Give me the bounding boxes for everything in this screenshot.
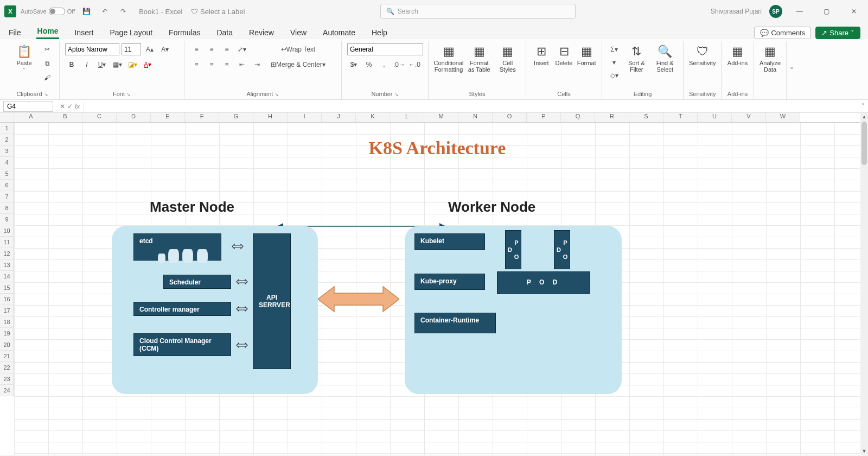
column-header[interactable]: D [117, 113, 151, 122]
column-header[interactable]: W [766, 113, 800, 122]
align-center-icon[interactable]: ≡ [205, 59, 218, 71]
vertical-scrollbar[interactable]: ▲ ▼ [860, 113, 868, 455]
column-header[interactable]: B [48, 113, 82, 122]
column-header[interactable]: Q [561, 113, 595, 122]
column-header[interactable]: C [82, 113, 117, 122]
decrease-indent-icon[interactable]: ⇤ [235, 59, 248, 71]
number-format-select[interactable]: General [347, 43, 423, 55]
formula-input[interactable] [83, 101, 858, 112]
align-top-icon[interactable]: ≡ [190, 43, 203, 55]
tab-insert[interactable]: Insert [73, 26, 94, 39]
save-icon[interactable]: 💾 [79, 4, 93, 18]
column-header[interactable]: T [663, 113, 698, 122]
row-header[interactable]: 4 [0, 157, 14, 168]
insert-cells-button[interactable]: ⊞Insert [532, 43, 551, 66]
conditional-formatting-button[interactable]: ▦Conditional Formatting [434, 43, 463, 73]
row-header[interactable]: 13 [0, 259, 14, 271]
undo-icon[interactable]: ↶ [98, 4, 112, 18]
row-header[interactable]: 18 [0, 316, 14, 328]
column-header[interactable]: H [253, 113, 288, 122]
merge-center-button[interactable]: ⊞ Merge & Center ▾ [267, 59, 329, 71]
minimize-icon[interactable]: — [790, 4, 809, 19]
row-header[interactable]: 7 [0, 191, 14, 202]
redo-icon[interactable]: ↷ [116, 4, 130, 18]
column-header[interactable]: N [458, 113, 493, 122]
align-right-icon[interactable]: ≡ [220, 59, 233, 71]
bold-button[interactable]: B [65, 59, 78, 71]
percent-icon[interactable]: % [362, 59, 375, 71]
format-painter-icon[interactable]: 🖌 [41, 72, 54, 84]
row-header[interactable]: 2 [0, 134, 14, 145]
row-header[interactable]: 24 [0, 385, 14, 396]
column-header[interactable]: I [288, 113, 322, 122]
row-header[interactable]: 17 [0, 305, 14, 316]
column-header[interactable]: L [390, 113, 424, 122]
row-header[interactable]: 15 [0, 282, 14, 294]
analyze-data-button[interactable]: ▦Analyze Data [760, 43, 781, 73]
column-header[interactable]: M [424, 113, 458, 122]
fill-icon[interactable]: ▾ [608, 56, 621, 68]
sensitivity-button[interactable]: 🛡Sensitivity [689, 43, 716, 66]
tab-help[interactable]: Help [371, 26, 388, 39]
collapse-ribbon-icon[interactable]: ˅ [787, 66, 797, 75]
borders-icon[interactable]: ▦▾ [111, 59, 124, 71]
scroll-up-icon[interactable]: ▲ [862, 114, 867, 119]
tab-formulas[interactable]: Formulas [168, 26, 201, 39]
column-header[interactable]: A [14, 113, 48, 122]
row-header[interactable]: 1 [0, 123, 14, 134]
orientation-icon[interactable]: ⤢▾ [235, 43, 248, 55]
row-header[interactable]: 14 [0, 271, 14, 282]
column-header[interactable]: S [629, 113, 663, 122]
wrap-text-button[interactable]: ↩ Wrap Text [267, 43, 329, 55]
row-header[interactable]: 16 [0, 294, 14, 305]
delete-cells-button[interactable]: ⊟Delete [554, 43, 574, 66]
user-avatar[interactable]: SP [769, 5, 782, 18]
worksheet-grid[interactable]: ABCDEFGHIJKLMNOPQRSTUVW 1234567891011121… [0, 113, 868, 455]
find-select-button[interactable]: 🔍Find & Select [653, 43, 678, 73]
increase-font-icon[interactable]: A▴ [143, 43, 156, 55]
tab-review[interactable]: Review [248, 26, 275, 39]
row-header[interactable]: 9 [0, 214, 14, 225]
currency-icon[interactable]: $▾ [347, 59, 360, 71]
font-name-select[interactable]: Aptos Narrow [65, 43, 119, 55]
increase-decimal-icon[interactable]: .0→ [393, 59, 406, 71]
column-header[interactable]: F [185, 113, 219, 122]
column-header[interactable]: V [732, 113, 766, 122]
align-bottom-icon[interactable]: ≡ [220, 43, 233, 55]
cancel-formula-icon[interactable]: ✕ [60, 103, 65, 110]
row-header[interactable]: 10 [0, 225, 14, 237]
row-header[interactable]: 11 [0, 237, 14, 248]
column-header[interactable]: E [151, 113, 185, 122]
share-button[interactable]: ↗ Share ˅ [815, 27, 860, 39]
decrease-decimal-icon[interactable]: ←.0 [408, 59, 421, 71]
row-header[interactable]: 21 [0, 351, 14, 362]
search-input[interactable]: 🔍 Search [380, 4, 576, 19]
font-size-select[interactable]: 11 [122, 43, 141, 55]
fill-color-icon[interactable]: ◪▾ [126, 59, 139, 71]
row-header[interactable]: 23 [0, 373, 14, 385]
comma-icon[interactable]: , [378, 59, 391, 71]
row-header[interactable]: 3 [0, 145, 14, 157]
tab-view[interactable]: View [289, 26, 308, 39]
sort-filter-button[interactable]: ⇅Sort & Filter [624, 43, 649, 73]
cut-icon[interactable]: ✂ [41, 43, 54, 55]
align-middle-icon[interactable]: ≡ [205, 43, 218, 55]
font-color-icon[interactable]: A▾ [141, 59, 154, 71]
tab-automate[interactable]: Automate [322, 26, 356, 39]
tab-page-layout[interactable]: Page Layout [108, 26, 154, 39]
cell-styles-button[interactable]: ▦Cell Styles [495, 43, 521, 73]
autosum-icon[interactable]: Σ▾ [608, 43, 621, 55]
close-icon[interactable]: ✕ [844, 4, 864, 19]
decrease-font-icon[interactable]: A▾ [158, 43, 171, 55]
alignment-dialog-launcher-icon[interactable]: ↘ [275, 92, 279, 97]
column-header[interactable]: R [595, 113, 629, 122]
cells-area[interactable] [14, 123, 860, 455]
increase-indent-icon[interactable]: ⇥ [251, 59, 264, 71]
row-header[interactable]: 19 [0, 328, 14, 339]
column-header[interactable]: G [219, 113, 253, 122]
align-left-icon[interactable]: ≡ [190, 59, 203, 71]
font-dialog-launcher-icon[interactable]: ↘ [126, 92, 131, 97]
number-dialog-launcher-icon[interactable]: ↘ [394, 92, 399, 97]
row-header[interactable]: 12 [0, 248, 14, 259]
clear-icon[interactable]: ◇▾ [608, 69, 621, 81]
